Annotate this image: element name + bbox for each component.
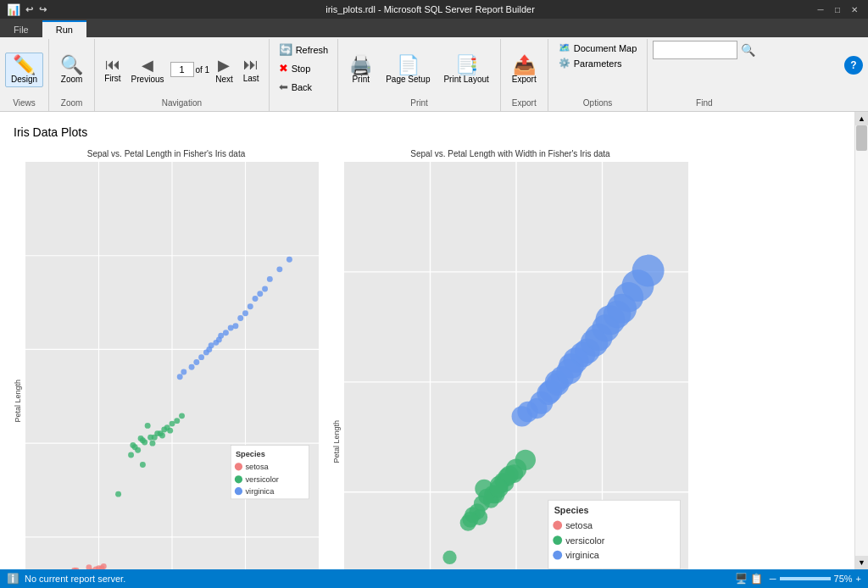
chart2-svg: 2 4 6 8 xyxy=(344,162,688,569)
quick-access-undo[interactable]: ↩ xyxy=(25,4,33,14)
find-label: Find xyxy=(696,98,712,109)
print-button[interactable]: 🖨️ Print xyxy=(343,53,378,87)
quick-access-redo[interactable]: ↪ xyxy=(39,4,47,14)
tab-run[interactable]: Run xyxy=(42,20,86,37)
status-left: ℹ️ No current report server. xyxy=(7,573,125,585)
refresh-button[interactable]: 🔄 Refresh xyxy=(275,41,333,58)
chart2-area: 2 4 6 8 xyxy=(344,162,688,569)
svg-point-73 xyxy=(216,336,222,342)
scroll-track xyxy=(855,125,868,556)
back-icon: ⬅ xyxy=(279,80,288,93)
previous-icon: ◀ xyxy=(142,56,153,75)
nav-items: ⏮ First ◀ Previous of 1 ▶ Next ⏭ Last xyxy=(100,41,264,98)
export-button[interactable]: 📤 Export xyxy=(506,53,542,87)
status-message: No current report server. xyxy=(25,574,125,584)
page-setup-button[interactable]: 📄 Page Setup xyxy=(380,53,436,87)
layout-icon: 📋 xyxy=(750,573,763,585)
svg-point-45 xyxy=(128,452,134,458)
print-layout-button[interactable]: 📑 Print Layout xyxy=(437,53,494,87)
first-icon: ⏮ xyxy=(105,56,120,74)
svg-point-79 xyxy=(235,463,242,470)
last-button[interactable]: ⏭ Last xyxy=(239,53,264,86)
parameters-button[interactable]: ⚙️ Parameters xyxy=(554,56,643,70)
svg-point-75 xyxy=(276,266,282,272)
svg-point-66 xyxy=(248,303,253,309)
ribbon-options-section: 🗺️ Document Map ⚙️ Parameters Options xyxy=(548,39,648,111)
chart1-svg: 2 4 6 8 xyxy=(25,162,319,569)
app-icon: 📊 xyxy=(7,3,20,16)
svg-point-76 xyxy=(287,257,292,263)
zoom-label: Zoom xyxy=(61,98,83,109)
page-setup-icon: 📄 xyxy=(397,56,420,75)
status-icons: 🖥️ 📋 xyxy=(735,573,763,585)
ribbon-find-section: 🔍 Find xyxy=(648,39,760,111)
svg-point-46 xyxy=(142,440,147,446)
zoom-control[interactable]: ─ 75% + xyxy=(770,574,861,584)
svg-point-65 xyxy=(242,310,248,316)
close-button[interactable]: ✕ xyxy=(848,3,861,16)
svg-point-69 xyxy=(262,286,268,291)
zoom-slider[interactable] xyxy=(780,577,831,580)
svg-point-48 xyxy=(179,413,185,419)
refresh-icon: 🔄 xyxy=(279,43,292,56)
back-button[interactable]: ⬅ Back xyxy=(275,78,316,96)
svg-text:Species: Species xyxy=(236,450,265,458)
status-icon: ℹ️ xyxy=(7,573,19,585)
first-button[interactable]: ⏮ First xyxy=(100,53,125,86)
chart1-title: Sepal vs. Petal Length in Fisher's Iris … xyxy=(14,149,319,158)
minimize-button[interactable]: ─ xyxy=(814,3,827,16)
zoom-plus-button[interactable]: + xyxy=(856,574,861,584)
print-layout-icon: 📑 xyxy=(455,56,478,75)
design-button[interactable]: ✏️ Design xyxy=(5,53,43,87)
export-label: Export xyxy=(512,98,537,109)
stop-icon: ✖ xyxy=(279,62,288,75)
svg-point-51 xyxy=(152,435,158,441)
scroll-up-button[interactable]: ▲ xyxy=(855,112,868,125)
next-button[interactable]: ▶ Next xyxy=(211,53,237,86)
zoom-button[interactable]: 🔍 Zoom xyxy=(54,53,89,87)
vertical-scrollbar[interactable]: ▲ ▼ xyxy=(854,112,868,569)
svg-point-135 xyxy=(462,512,478,528)
svg-point-164 xyxy=(553,521,562,530)
svg-point-71 xyxy=(257,291,263,297)
chart1-body: 2 4 6 8 xyxy=(25,162,319,569)
scroll-thumb[interactable] xyxy=(856,125,867,151)
previous-button[interactable]: ◀ Previous xyxy=(127,53,169,86)
chart1-wrapper: Petal Length xyxy=(14,162,319,569)
document-map-button[interactable]: 🗺️ Document Map xyxy=(554,41,643,55)
chart1-area: 2 4 6 8 xyxy=(25,162,319,569)
find-input[interactable] xyxy=(653,41,737,59)
content-area: Iris Data Plots Sepal vs. Petal Length i… xyxy=(0,112,854,569)
refresh-items: 🔄 Refresh ✖ Stop ⬅ Back xyxy=(275,41,333,109)
help-button[interactable]: ? xyxy=(844,56,863,75)
status-bar: ℹ️ No current report server. 🖥️ 📋 ─ 75% … xyxy=(0,569,868,588)
print-label: Print xyxy=(410,98,428,109)
navigation-label: Navigation xyxy=(162,98,202,109)
page-of-label: of 1 xyxy=(196,65,210,75)
svg-point-38 xyxy=(174,418,180,424)
title-bar: 📊 ↩ ↪ iris_plots.rdl - Microsoft SQL Ser… xyxy=(0,0,868,19)
svg-point-81 xyxy=(235,475,242,483)
zoom-minus-button[interactable]: ─ xyxy=(770,574,776,584)
find-icon[interactable]: 🔍 xyxy=(741,43,755,57)
ribbon: ✏️ Design Views 🔍 Zoom Zoom ⏮ First ◀ Pr… xyxy=(0,37,868,112)
tab-file[interactable]: File xyxy=(0,20,42,37)
svg-point-70 xyxy=(267,276,273,282)
svg-text:setosa: setosa xyxy=(565,520,593,530)
chart2-wrapper: Petal Length xyxy=(332,162,688,569)
tab-bar: File Run ? xyxy=(0,19,868,37)
scroll-down-button[interactable]: ▼ xyxy=(855,556,868,569)
ribbon-print-section: 🖨️ Print 📄 Page Setup 📑 Print Layout Pri… xyxy=(338,39,501,111)
page-input[interactable] xyxy=(170,62,194,77)
parameters-icon: ⚙️ xyxy=(559,58,570,69)
svg-point-53 xyxy=(115,491,121,497)
title-bar-left: 📊 ↩ ↪ xyxy=(7,3,47,16)
svg-point-168 xyxy=(553,551,562,560)
stop-button[interactable]: ✖ Stop xyxy=(275,59,315,77)
report-title: Iris Data Plots xyxy=(14,125,841,139)
page-input-group: of 1 xyxy=(170,62,210,77)
chart1-container: Sepal vs. Petal Length in Fisher's Iris … xyxy=(14,149,319,569)
window-title: iris_plots.rdl - Microsoft SQL Server Re… xyxy=(47,4,814,14)
svg-point-54 xyxy=(189,364,195,370)
restore-button[interactable]: □ xyxy=(831,3,844,16)
